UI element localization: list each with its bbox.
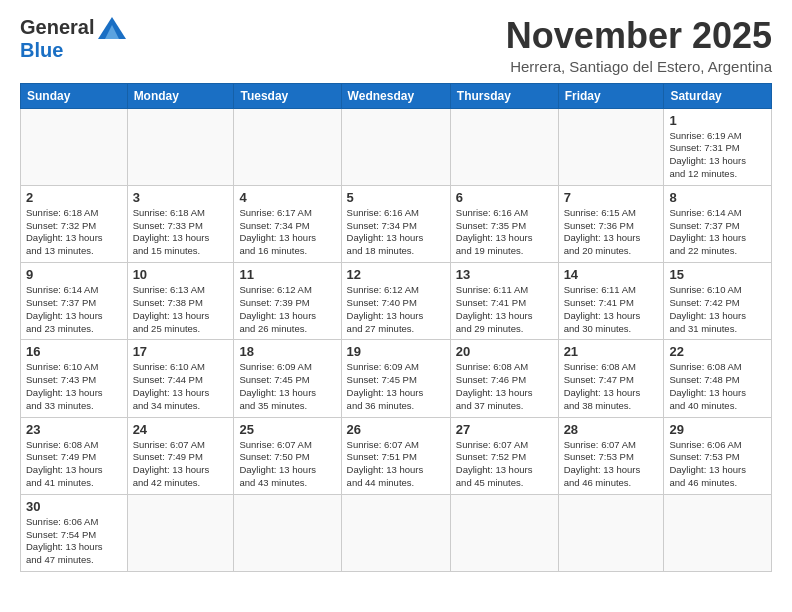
calendar-cell: 19Sunrise: 6:09 AM Sunset: 7:45 PM Dayli… xyxy=(341,340,450,417)
calendar-cell xyxy=(127,494,234,571)
calendar-cell xyxy=(450,494,558,571)
logo-general-text: General xyxy=(20,16,94,39)
day-content: Sunrise: 6:06 AM Sunset: 7:54 PM Dayligh… xyxy=(26,516,122,567)
day-content: Sunrise: 6:07 AM Sunset: 7:49 PM Dayligh… xyxy=(133,439,229,490)
day-content: Sunrise: 6:18 AM Sunset: 7:33 PM Dayligh… xyxy=(133,207,229,258)
day-number: 23 xyxy=(26,422,122,437)
day-number: 25 xyxy=(239,422,335,437)
calendar-cell: 29Sunrise: 6:06 AM Sunset: 7:53 PM Dayli… xyxy=(664,417,772,494)
calendar-cell: 4Sunrise: 6:17 AM Sunset: 7:34 PM Daylig… xyxy=(234,185,341,262)
day-number: 17 xyxy=(133,344,229,359)
day-content: Sunrise: 6:08 AM Sunset: 7:48 PM Dayligh… xyxy=(669,361,766,412)
calendar-cell: 22Sunrise: 6:08 AM Sunset: 7:48 PM Dayli… xyxy=(664,340,772,417)
calendar-week-row: 1Sunrise: 6:19 AM Sunset: 7:31 PM Daylig… xyxy=(21,108,772,185)
day-number: 8 xyxy=(669,190,766,205)
calendar-day-header: Monday xyxy=(127,83,234,108)
calendar-cell: 30Sunrise: 6:06 AM Sunset: 7:54 PM Dayli… xyxy=(21,494,128,571)
calendar-cell xyxy=(558,108,664,185)
calendar-cell xyxy=(234,494,341,571)
logo-blue-text: Blue xyxy=(20,39,63,62)
calendar-cell: 20Sunrise: 6:08 AM Sunset: 7:46 PM Dayli… xyxy=(450,340,558,417)
calendar-cell: 24Sunrise: 6:07 AM Sunset: 7:49 PM Dayli… xyxy=(127,417,234,494)
day-content: Sunrise: 6:11 AM Sunset: 7:41 PM Dayligh… xyxy=(564,284,659,335)
day-content: Sunrise: 6:17 AM Sunset: 7:34 PM Dayligh… xyxy=(239,207,335,258)
calendar-week-row: 23Sunrise: 6:08 AM Sunset: 7:49 PM Dayli… xyxy=(21,417,772,494)
day-content: Sunrise: 6:07 AM Sunset: 7:52 PM Dayligh… xyxy=(456,439,553,490)
day-content: Sunrise: 6:19 AM Sunset: 7:31 PM Dayligh… xyxy=(669,130,766,181)
day-content: Sunrise: 6:16 AM Sunset: 7:35 PM Dayligh… xyxy=(456,207,553,258)
day-number: 21 xyxy=(564,344,659,359)
calendar-day-header: Saturday xyxy=(664,83,772,108)
day-number: 15 xyxy=(669,267,766,282)
calendar-cell: 6Sunrise: 6:16 AM Sunset: 7:35 PM Daylig… xyxy=(450,185,558,262)
day-number: 2 xyxy=(26,190,122,205)
day-number: 27 xyxy=(456,422,553,437)
header: General Blue November 2025 Herrera, Sant… xyxy=(20,16,772,75)
day-content: Sunrise: 6:14 AM Sunset: 7:37 PM Dayligh… xyxy=(26,284,122,335)
day-content: Sunrise: 6:10 AM Sunset: 7:42 PM Dayligh… xyxy=(669,284,766,335)
day-number: 20 xyxy=(456,344,553,359)
day-number: 9 xyxy=(26,267,122,282)
page: General Blue November 2025 Herrera, Sant… xyxy=(0,0,792,592)
calendar-cell: 3Sunrise: 6:18 AM Sunset: 7:33 PM Daylig… xyxy=(127,185,234,262)
day-content: Sunrise: 6:06 AM Sunset: 7:53 PM Dayligh… xyxy=(669,439,766,490)
day-number: 19 xyxy=(347,344,445,359)
calendar-cell: 14Sunrise: 6:11 AM Sunset: 7:41 PM Dayli… xyxy=(558,263,664,340)
calendar-header-row: SundayMondayTuesdayWednesdayThursdayFrid… xyxy=(21,83,772,108)
calendar-cell xyxy=(558,494,664,571)
day-number: 14 xyxy=(564,267,659,282)
day-content: Sunrise: 6:14 AM Sunset: 7:37 PM Dayligh… xyxy=(669,207,766,258)
calendar-day-header: Friday xyxy=(558,83,664,108)
day-content: Sunrise: 6:07 AM Sunset: 7:51 PM Dayligh… xyxy=(347,439,445,490)
calendar-week-row: 9Sunrise: 6:14 AM Sunset: 7:37 PM Daylig… xyxy=(21,263,772,340)
day-content: Sunrise: 6:18 AM Sunset: 7:32 PM Dayligh… xyxy=(26,207,122,258)
day-number: 13 xyxy=(456,267,553,282)
calendar-week-row: 2Sunrise: 6:18 AM Sunset: 7:32 PM Daylig… xyxy=(21,185,772,262)
calendar-cell: 25Sunrise: 6:07 AM Sunset: 7:50 PM Dayli… xyxy=(234,417,341,494)
month-title: November 2025 xyxy=(506,16,772,56)
calendar-cell: 10Sunrise: 6:13 AM Sunset: 7:38 PM Dayli… xyxy=(127,263,234,340)
day-number: 12 xyxy=(347,267,445,282)
day-number: 3 xyxy=(133,190,229,205)
calendar-cell: 7Sunrise: 6:15 AM Sunset: 7:36 PM Daylig… xyxy=(558,185,664,262)
calendar-week-row: 30Sunrise: 6:06 AM Sunset: 7:54 PM Dayli… xyxy=(21,494,772,571)
day-content: Sunrise: 6:07 AM Sunset: 7:50 PM Dayligh… xyxy=(239,439,335,490)
day-content: Sunrise: 6:15 AM Sunset: 7:36 PM Dayligh… xyxy=(564,207,659,258)
calendar-cell: 18Sunrise: 6:09 AM Sunset: 7:45 PM Dayli… xyxy=(234,340,341,417)
day-number: 1 xyxy=(669,113,766,128)
calendar-cell xyxy=(127,108,234,185)
day-number: 26 xyxy=(347,422,445,437)
calendar-cell xyxy=(21,108,128,185)
calendar-week-row: 16Sunrise: 6:10 AM Sunset: 7:43 PM Dayli… xyxy=(21,340,772,417)
day-number: 7 xyxy=(564,190,659,205)
day-content: Sunrise: 6:16 AM Sunset: 7:34 PM Dayligh… xyxy=(347,207,445,258)
day-content: Sunrise: 6:13 AM Sunset: 7:38 PM Dayligh… xyxy=(133,284,229,335)
calendar-cell: 11Sunrise: 6:12 AM Sunset: 7:39 PM Dayli… xyxy=(234,263,341,340)
calendar-table: SundayMondayTuesdayWednesdayThursdayFrid… xyxy=(20,83,772,573)
day-content: Sunrise: 6:12 AM Sunset: 7:40 PM Dayligh… xyxy=(347,284,445,335)
calendar-cell: 17Sunrise: 6:10 AM Sunset: 7:44 PM Dayli… xyxy=(127,340,234,417)
calendar-cell: 2Sunrise: 6:18 AM Sunset: 7:32 PM Daylig… xyxy=(21,185,128,262)
day-content: Sunrise: 6:11 AM Sunset: 7:41 PM Dayligh… xyxy=(456,284,553,335)
day-content: Sunrise: 6:12 AM Sunset: 7:39 PM Dayligh… xyxy=(239,284,335,335)
day-content: Sunrise: 6:08 AM Sunset: 7:46 PM Dayligh… xyxy=(456,361,553,412)
calendar-cell: 9Sunrise: 6:14 AM Sunset: 7:37 PM Daylig… xyxy=(21,263,128,340)
calendar-cell: 23Sunrise: 6:08 AM Sunset: 7:49 PM Dayli… xyxy=(21,417,128,494)
calendar-cell: 8Sunrise: 6:14 AM Sunset: 7:37 PM Daylig… xyxy=(664,185,772,262)
day-content: Sunrise: 6:10 AM Sunset: 7:43 PM Dayligh… xyxy=(26,361,122,412)
calendar-cell: 27Sunrise: 6:07 AM Sunset: 7:52 PM Dayli… xyxy=(450,417,558,494)
location-text: Herrera, Santiago del Estero, Argentina xyxy=(506,58,772,75)
calendar-cell: 26Sunrise: 6:07 AM Sunset: 7:51 PM Dayli… xyxy=(341,417,450,494)
day-number: 28 xyxy=(564,422,659,437)
logo: General Blue xyxy=(20,16,126,62)
day-number: 29 xyxy=(669,422,766,437)
calendar-day-header: Wednesday xyxy=(341,83,450,108)
title-section: November 2025 Herrera, Santiago del Este… xyxy=(506,16,772,75)
day-content: Sunrise: 6:09 AM Sunset: 7:45 PM Dayligh… xyxy=(239,361,335,412)
calendar-cell: 12Sunrise: 6:12 AM Sunset: 7:40 PM Dayli… xyxy=(341,263,450,340)
calendar-day-header: Tuesday xyxy=(234,83,341,108)
calendar-cell xyxy=(234,108,341,185)
day-number: 6 xyxy=(456,190,553,205)
day-number: 5 xyxy=(347,190,445,205)
day-content: Sunrise: 6:10 AM Sunset: 7:44 PM Dayligh… xyxy=(133,361,229,412)
